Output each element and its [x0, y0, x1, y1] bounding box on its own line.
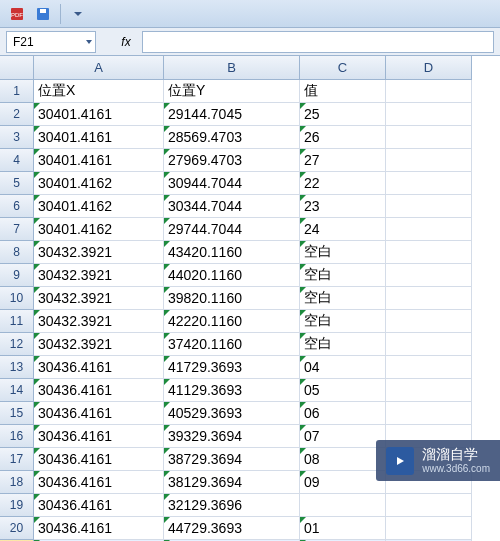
row-header[interactable]: 3: [0, 126, 34, 149]
row-header[interactable]: 14: [0, 379, 34, 402]
row-header[interactable]: 1: [0, 80, 34, 103]
cell[interactable]: 30401.4162: [34, 172, 164, 195]
cell[interactable]: 38129.3694: [164, 471, 300, 494]
cell[interactable]: 29144.7045: [164, 103, 300, 126]
save-icon[interactable]: [32, 3, 54, 25]
select-all-corner[interactable]: [0, 56, 34, 80]
cell[interactable]: 30436.4161: [34, 402, 164, 425]
cell[interactable]: 空白: [300, 310, 386, 333]
row-header[interactable]: 12: [0, 333, 34, 356]
cell[interactable]: 30436.4161: [34, 471, 164, 494]
cell[interactable]: 08: [300, 448, 386, 471]
cell[interactable]: [386, 195, 472, 218]
cell[interactable]: 空白: [300, 333, 386, 356]
cell[interactable]: 位置X: [34, 80, 164, 103]
row-header[interactable]: 13: [0, 356, 34, 379]
column-header-D[interactable]: D: [386, 56, 472, 80]
cell[interactable]: 30401.4162: [34, 195, 164, 218]
cell[interactable]: 30432.3921: [34, 264, 164, 287]
row-header[interactable]: 16: [0, 425, 34, 448]
row-header[interactable]: 19: [0, 494, 34, 517]
cell[interactable]: 30436.4161: [34, 356, 164, 379]
cell[interactable]: 30432.3921: [34, 287, 164, 310]
column-header-B[interactable]: B: [164, 56, 300, 80]
cell[interactable]: 30432.3921: [34, 310, 164, 333]
cell[interactable]: 07: [300, 425, 386, 448]
cell[interactable]: 29744.7044: [164, 218, 300, 241]
quick-access-toolbar[interactable]: PDF: [0, 0, 500, 28]
cell[interactable]: 09: [300, 471, 386, 494]
row-header[interactable]: 8: [0, 241, 34, 264]
row-header[interactable]: 11: [0, 310, 34, 333]
cell[interactable]: 32129.3696: [164, 494, 300, 517]
cell[interactable]: 38729.3694: [164, 448, 300, 471]
cell[interactable]: [386, 287, 472, 310]
cell[interactable]: 25: [300, 103, 386, 126]
cell[interactable]: 44729.3693: [164, 517, 300, 540]
cell[interactable]: 39329.3694: [164, 425, 300, 448]
row-header[interactable]: 5: [0, 172, 34, 195]
cell[interactable]: 44020.1160: [164, 264, 300, 287]
cell[interactable]: [386, 517, 472, 540]
chevron-down-icon[interactable]: [85, 35, 93, 49]
cell[interactable]: 30436.4161: [34, 517, 164, 540]
cell[interactable]: 43420.1160: [164, 241, 300, 264]
cell[interactable]: [386, 494, 472, 517]
cell[interactable]: 26: [300, 126, 386, 149]
column-header-A[interactable]: A: [34, 56, 164, 80]
cell[interactable]: 空白: [300, 241, 386, 264]
column-header-C[interactable]: C: [300, 56, 386, 80]
cell[interactable]: 41129.3693: [164, 379, 300, 402]
cell[interactable]: [386, 379, 472, 402]
row-header[interactable]: 18: [0, 471, 34, 494]
cell[interactable]: [386, 310, 472, 333]
pdf-icon[interactable]: PDF: [6, 3, 28, 25]
cell[interactable]: 30344.7044: [164, 195, 300, 218]
cell[interactable]: [386, 218, 472, 241]
formula-input[interactable]: [142, 31, 494, 53]
dropdown-icon[interactable]: [67, 3, 89, 25]
cell[interactable]: 空白: [300, 287, 386, 310]
cell[interactable]: [386, 333, 472, 356]
cell[interactable]: [386, 264, 472, 287]
cell[interactable]: 24: [300, 218, 386, 241]
cell[interactable]: 30401.4161: [34, 103, 164, 126]
cell[interactable]: [386, 103, 472, 126]
cell[interactable]: 22: [300, 172, 386, 195]
cell[interactable]: 23: [300, 195, 386, 218]
cell[interactable]: 37420.1160: [164, 333, 300, 356]
cell[interactable]: 30432.3921: [34, 241, 164, 264]
cell[interactable]: 04: [300, 356, 386, 379]
cell[interactable]: 30436.4161: [34, 494, 164, 517]
cell[interactable]: [386, 402, 472, 425]
cell[interactable]: 39820.1160: [164, 287, 300, 310]
row-header[interactable]: 6: [0, 195, 34, 218]
cell[interactable]: [300, 494, 386, 517]
cell[interactable]: 位置Y: [164, 80, 300, 103]
cell[interactable]: 空白: [300, 264, 386, 287]
cell[interactable]: 30436.4161: [34, 379, 164, 402]
cell[interactable]: 06: [300, 402, 386, 425]
cell[interactable]: [386, 241, 472, 264]
cell[interactable]: 05: [300, 379, 386, 402]
row-header[interactable]: 17: [0, 448, 34, 471]
cell[interactable]: 30432.3921: [34, 333, 164, 356]
fx-icon[interactable]: fx: [116, 32, 136, 52]
cell[interactable]: [386, 126, 472, 149]
row-header[interactable]: 4: [0, 149, 34, 172]
row-header[interactable]: 15: [0, 402, 34, 425]
cell[interactable]: 27969.4703: [164, 149, 300, 172]
cell[interactable]: 30436.4161: [34, 425, 164, 448]
cell[interactable]: 28569.4703: [164, 126, 300, 149]
cell[interactable]: 27: [300, 149, 386, 172]
row-header[interactable]: 7: [0, 218, 34, 241]
cell[interactable]: 30944.7044: [164, 172, 300, 195]
cell[interactable]: [386, 149, 472, 172]
cell[interactable]: 30401.4162: [34, 218, 164, 241]
cell[interactable]: 30401.4161: [34, 126, 164, 149]
cell[interactable]: 40529.3693: [164, 402, 300, 425]
name-box[interactable]: F21: [6, 31, 96, 53]
cell[interactable]: [386, 356, 472, 379]
cell[interactable]: 30436.4161: [34, 448, 164, 471]
cell[interactable]: 01: [300, 517, 386, 540]
